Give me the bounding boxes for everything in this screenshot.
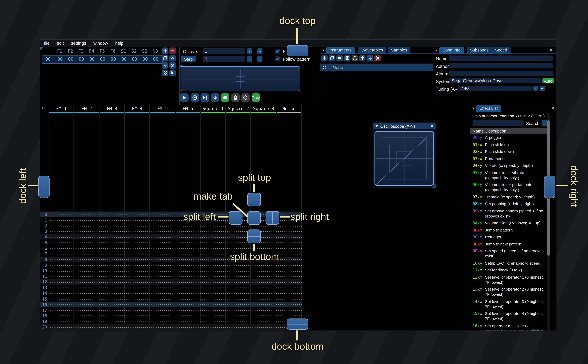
pattern-cell[interactable] — [99, 268, 125, 273]
step-decrement-button[interactable]: - — [247, 56, 252, 62]
effect-row[interactable]: 11xxSet feedback (0 to 7) — [470, 266, 547, 274]
arrow-up-button[interactable] — [359, 55, 365, 61]
pattern-cell[interactable] — [200, 318, 226, 324]
pattern-cell[interactable] — [49, 273, 74, 279]
pattern-cell[interactable] — [200, 279, 226, 285]
pattern-cell[interactable] — [226, 285, 251, 290]
effect-row[interactable]: 15xxSet level of operator 4 (0 highest, … — [470, 310, 547, 322]
pattern-cell[interactable] — [74, 217, 99, 223]
pattern-cell[interactable] — [150, 217, 175, 223]
effect-row[interactable]: 06xyVolume slide + portamento (compatibi… — [470, 181, 547, 194]
double-chevron-down-button[interactable] — [169, 62, 176, 69]
pattern-cell[interactable] — [74, 240, 99, 245]
channel-header-fm-4[interactable]: FM 4 — [125, 106, 150, 111]
dock-bottom-target[interactable] — [287, 318, 308, 330]
oscilloscope-xy-titlebar[interactable]: Oscilloscope (X-Y) — [373, 123, 436, 129]
pattern-cell[interactable] — [175, 240, 200, 245]
pattern-cell[interactable] — [276, 251, 302, 256]
pattern-cell[interactable] — [74, 330, 99, 331]
pattern-cell[interactable] — [200, 302, 226, 307]
pattern-cell[interactable] — [99, 223, 125, 228]
effect-row[interactable]: 13xxSet level of operator 2 (0 highest, … — [470, 286, 547, 298]
effect-row[interactable]: 00xyArpeggio — [470, 134, 547, 141]
pattern-cell[interactable] — [226, 324, 251, 330]
chevron-down-button[interactable] — [162, 62, 168, 69]
pattern-cell[interactable] — [99, 245, 125, 251]
pattern-cell[interactable] — [150, 256, 175, 262]
pattern-cell[interactable] — [150, 279, 175, 285]
pattern-cell[interactable] — [74, 324, 99, 330]
pattern-cell[interactable] — [99, 330, 125, 331]
pattern-cell[interactable] — [74, 273, 99, 279]
menu-window[interactable]: window — [90, 39, 112, 47]
split-left-target[interactable] — [229, 211, 243, 225]
pattern-cell[interactable] — [125, 240, 150, 245]
pattern-cell[interactable] — [251, 245, 276, 251]
pattern-cell[interactable] — [74, 268, 99, 273]
pattern-cell[interactable] — [125, 251, 150, 256]
pattern-cell[interactable] — [175, 251, 200, 256]
close-icon[interactable] — [550, 106, 555, 110]
tab-effect-list[interactable]: Effect List — [476, 105, 501, 112]
name-input[interactable] — [449, 55, 553, 61]
pattern-cell[interactable] — [150, 251, 175, 256]
metronome-button[interactable] — [231, 93, 239, 102]
channel-header-square-3[interactable]: Square 3 — [251, 106, 276, 111]
pattern-cell[interactable] — [200, 273, 226, 279]
pattern-cell[interactable] — [49, 262, 74, 268]
pattern-cell[interactable] — [125, 279, 150, 285]
split-bottom-target[interactable] — [247, 229, 261, 243]
pattern-cell[interactable] — [74, 302, 99, 307]
effect-list-scrollbar[interactable] — [547, 113, 550, 331]
pattern-cell[interactable] — [125, 302, 150, 307]
pattern-cell[interactable] — [175, 302, 200, 307]
delete-button[interactable] — [374, 55, 381, 61]
pattern-cell[interactable] — [99, 256, 125, 262]
order-cell[interactable]: 00 — [97, 57, 108, 62]
menu-settings[interactable]: settings — [67, 39, 90, 47]
effect-row[interactable]: 07xyTremolo (x: speed; y: depth) — [470, 194, 547, 201]
pattern-cell[interactable] — [150, 313, 175, 318]
pattern-cell[interactable] — [175, 307, 200, 313]
pattern-cell[interactable] — [226, 330, 251, 331]
pattern-cell[interactable] — [150, 240, 175, 245]
pattern-cell[interactable] — [251, 268, 276, 273]
pattern-cell[interactable] — [49, 279, 74, 285]
pattern-cell[interactable] — [125, 318, 150, 324]
pattern-cell[interactable] — [125, 212, 150, 217]
pattern-cell[interactable] — [74, 212, 99, 217]
pattern-cell[interactable] — [200, 262, 226, 268]
pattern-cell[interactable] — [49, 268, 74, 273]
pattern-cell[interactable] — [150, 234, 175, 240]
menu-help[interactable]: help — [112, 39, 127, 47]
poly-button[interactable]: Poly — [251, 93, 260, 102]
pattern-cell[interactable] — [200, 296, 226, 302]
order-cell[interactable]: 00 — [140, 57, 151, 62]
pattern-cell[interactable] — [200, 240, 226, 245]
pattern-cell[interactable] — [150, 330, 175, 331]
pattern-cell[interactable] — [200, 223, 226, 228]
pattern-cell[interactable] — [200, 285, 226, 290]
pattern-cell[interactable] — [175, 262, 200, 268]
pattern-cell[interactable] — [125, 245, 150, 251]
step-button[interactable]: Step — [181, 56, 196, 62]
octave-increment-button[interactable]: + — [257, 48, 262, 54]
pattern-cell[interactable] — [226, 273, 251, 279]
pattern-cell[interactable] — [74, 279, 99, 285]
pattern-cell[interactable] — [99, 217, 125, 223]
pattern-cell[interactable] — [276, 279, 302, 285]
effect-row[interactable]: 16xySet operator multiplier (x: operator… — [470, 322, 547, 331]
pattern-cell[interactable] — [150, 268, 175, 273]
pattern-cell[interactable] — [74, 285, 99, 290]
pattern-cell[interactable] — [125, 296, 150, 302]
pattern-cell[interactable] — [49, 296, 74, 302]
pattern-cell[interactable] — [74, 307, 99, 313]
pattern-cell[interactable] — [125, 307, 150, 313]
minus-button[interactable] — [169, 47, 176, 54]
pattern-cell[interactable] — [99, 307, 125, 313]
pattern-cell[interactable] — [150, 228, 175, 234]
record-button[interactable] — [221, 93, 229, 102]
pattern-cell[interactable] — [200, 256, 226, 262]
pattern-cell[interactable] — [175, 228, 200, 234]
effect-row[interactable]: 0AxyVolume slide (0y: down; x0: up) — [470, 220, 547, 227]
